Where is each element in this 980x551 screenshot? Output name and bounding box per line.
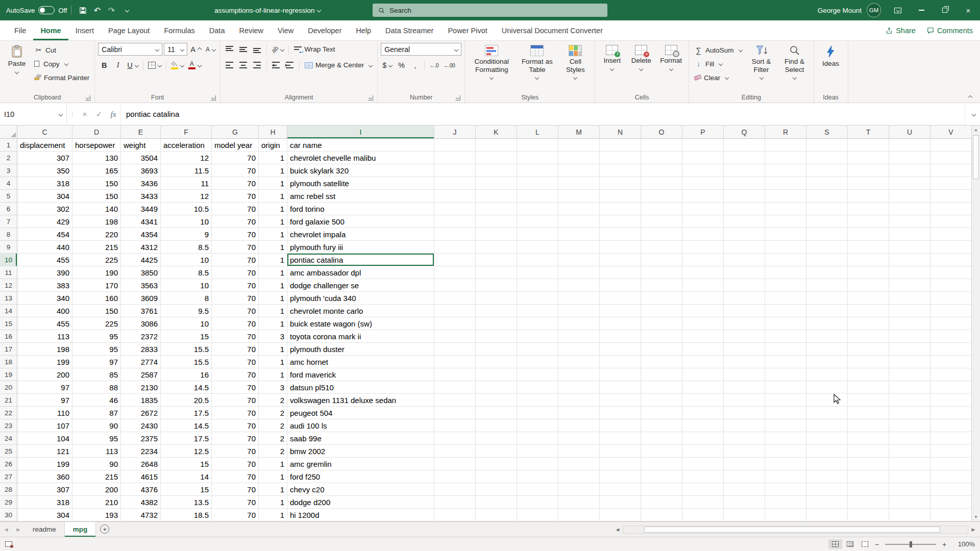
- cell-R28[interactable]: [765, 483, 806, 496]
- cell-Q19[interactable]: [724, 368, 765, 381]
- cell-M27[interactable]: [558, 470, 600, 483]
- cell-F15[interactable]: 10: [161, 317, 212, 330]
- cell-U27[interactable]: [889, 470, 930, 483]
- cell-U23[interactable]: [889, 419, 930, 432]
- cell-H3[interactable]: 1: [259, 164, 287, 177]
- search-box[interactable]: Search: [373, 4, 607, 17]
- sheet-nav-left-icon[interactable]: ◀: [0, 522, 12, 537]
- cell-V5[interactable]: [930, 190, 971, 203]
- select-all-button[interactable]: [0, 126, 17, 138]
- cell-R27[interactable]: [765, 470, 806, 483]
- cell-P18[interactable]: [682, 356, 724, 368]
- ribbon-tab-page-layout[interactable]: Page Layout: [101, 20, 157, 40]
- cell-V23[interactable]: [930, 419, 971, 432]
- cell-J18[interactable]: [434, 356, 476, 368]
- cell-O28[interactable]: [641, 483, 682, 496]
- ribbon-tab-power-pivot[interactable]: Power Pivot: [440, 20, 494, 40]
- cell-F9[interactable]: 8.5: [161, 241, 212, 254]
- ribbon-tab-view[interactable]: View: [271, 20, 301, 40]
- cell-J24[interactable]: [434, 432, 476, 445]
- cell-U24[interactable]: [889, 432, 930, 445]
- cell-Q30[interactable]: [724, 509, 765, 521]
- cell-Q25[interactable]: [724, 445, 765, 458]
- cell-N14[interactable]: [600, 305, 641, 317]
- cell-S6[interactable]: [806, 203, 848, 215]
- cell-G23[interactable]: 70: [212, 419, 259, 432]
- cell-R19[interactable]: [765, 368, 806, 381]
- cell-C19[interactable]: 200: [17, 368, 72, 381]
- cell-P3[interactable]: [682, 164, 724, 177]
- column-header-R[interactable]: R: [765, 126, 806, 138]
- dialog-launcher-icon[interactable]: [368, 95, 373, 101]
- cell-O10[interactable]: [641, 254, 682, 266]
- row-header-18[interactable]: 18: [0, 356, 17, 368]
- cell-I25[interactable]: bmw 2002: [287, 445, 434, 458]
- cell-L12[interactable]: [517, 279, 558, 292]
- cell-L9[interactable]: [517, 241, 558, 254]
- cell-T20[interactable]: [848, 381, 889, 394]
- cell-S23[interactable]: [806, 419, 848, 432]
- cell-U29[interactable]: [889, 496, 930, 509]
- cell-O6[interactable]: [641, 203, 682, 215]
- cell-Q26[interactable]: [724, 458, 765, 470]
- cell-U3[interactable]: [889, 164, 930, 177]
- cell-G24[interactable]: 70: [212, 432, 259, 445]
- cell-O15[interactable]: [641, 317, 682, 330]
- cell-M28[interactable]: [558, 483, 600, 496]
- cell-J30[interactable]: [434, 509, 476, 521]
- middle-align-button[interactable]: [237, 43, 250, 56]
- cell-C30[interactable]: 304: [17, 509, 72, 521]
- zoom-level[interactable]: 100%: [951, 540, 975, 548]
- cell-L30[interactable]: [517, 509, 558, 521]
- percent-style-button[interactable]: %: [395, 59, 407, 71]
- cell-K26[interactable]: [476, 458, 517, 470]
- cell-E15[interactable]: 3086: [121, 317, 161, 330]
- cell-Q29[interactable]: [724, 496, 765, 509]
- format-painter-button[interactable]: Format Painter: [32, 71, 91, 84]
- cell-S30[interactable]: [806, 509, 848, 521]
- cell-L22[interactable]: [517, 407, 558, 419]
- cell-P17[interactable]: [682, 343, 724, 356]
- undo-button[interactable]: ↶: [90, 0, 104, 20]
- cell-J13[interactable]: [434, 292, 476, 305]
- cell-M20[interactable]: [558, 381, 600, 394]
- avatar[interactable]: GM: [867, 3, 881, 17]
- cell-L11[interactable]: [517, 266, 558, 279]
- cell-J21[interactable]: [434, 394, 476, 407]
- cell-Q7[interactable]: [724, 215, 765, 228]
- cell-J20[interactable]: [434, 381, 476, 394]
- cell-V20[interactable]: [930, 381, 971, 394]
- cell-L25[interactable]: [517, 445, 558, 458]
- cell-D23[interactable]: 90: [72, 419, 121, 432]
- cell-C4[interactable]: 318: [17, 177, 72, 190]
- cell-L14[interactable]: [517, 305, 558, 317]
- cell-T13[interactable]: [848, 292, 889, 305]
- cell-S19[interactable]: [806, 368, 848, 381]
- cell-M5[interactable]: [558, 190, 600, 203]
- cell-N2[interactable]: [600, 152, 641, 164]
- increase-decimal-button[interactable]: ←.0: [428, 59, 440, 71]
- cell-O14[interactable]: [641, 305, 682, 317]
- expand-formula-bar-button[interactable]: [965, 103, 980, 125]
- page-break-view-button[interactable]: [858, 539, 872, 549]
- cell-M16[interactable]: [558, 330, 600, 343]
- cell-R9[interactable]: [765, 241, 806, 254]
- cell-H13[interactable]: 1: [259, 292, 287, 305]
- cell-F17[interactable]: 15.5: [161, 343, 212, 356]
- minimize-button[interactable]: [910, 0, 933, 20]
- cell-V30[interactable]: [930, 509, 971, 521]
- cell-C12[interactable]: 383: [17, 279, 72, 292]
- cell-O23[interactable]: [641, 419, 682, 432]
- cell-M4[interactable]: [558, 177, 600, 190]
- cell-K20[interactable]: [476, 381, 517, 394]
- cell-U6[interactable]: [889, 203, 930, 215]
- cell-P26[interactable]: [682, 458, 724, 470]
- cell-H23[interactable]: 2: [259, 419, 287, 432]
- cell-O16[interactable]: [641, 330, 682, 343]
- cell-O13[interactable]: [641, 292, 682, 305]
- cell-T27[interactable]: [848, 470, 889, 483]
- cell-J29[interactable]: [434, 496, 476, 509]
- paste-button[interactable]: Paste: [3, 43, 31, 76]
- cell-U8[interactable]: [889, 228, 930, 241]
- cell-N13[interactable]: [600, 292, 641, 305]
